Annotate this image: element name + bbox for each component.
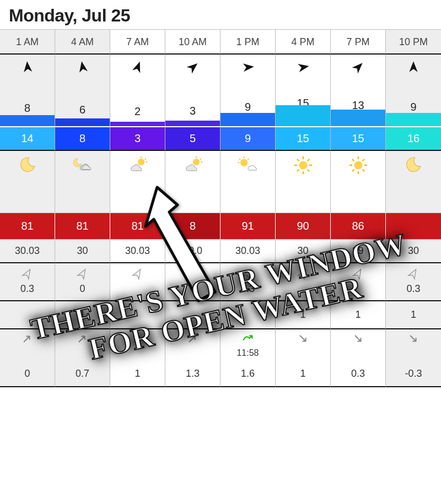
svg-line-18 [297, 160, 298, 161]
wave-direction-cell [110, 263, 165, 282]
weather-icon-cell [0, 151, 55, 183]
tide-height-cell: 0 [0, 362, 55, 387]
svg-line-20 [297, 170, 298, 171]
sunny-icon [348, 167, 368, 177]
wave-direction-cell [331, 263, 386, 282]
weather-icon-cell [55, 151, 110, 183]
tide-high-time: 11:58 [220, 347, 275, 358]
pressure-cell: 30.03 [110, 239, 165, 263]
wave-period-cell: 1 [331, 301, 386, 329]
weather-icon-cell [331, 151, 386, 183]
wind-gust-cell: 14 [0, 126, 55, 151]
svg-line-29 [352, 170, 353, 171]
wave-height-cell [165, 282, 220, 301]
weather-icon-cell [386, 151, 441, 183]
wind-gust-cell: 15 [331, 126, 386, 151]
time-header: 4 PM [276, 29, 331, 55]
wind-speed-cell: 8 [0, 79, 55, 126]
temperature-cell: 90 [276, 213, 331, 239]
weather-icon-cell [276, 151, 331, 183]
svg-point-8 [240, 159, 247, 166]
pressure-cell: 30 [276, 239, 331, 263]
time-header: 7 PM [331, 29, 386, 55]
wave-period-cell [220, 301, 276, 329]
tide-direction-cell [165, 329, 220, 362]
svg-line-11 [239, 159, 240, 160]
spacer-cell [110, 183, 165, 213]
wind-gust-cell: 8 [55, 126, 110, 151]
wind-direction-cell [0, 55, 55, 79]
svg-line-28 [363, 170, 364, 171]
spacer-cell [220, 183, 276, 213]
tide-direction-cell: 11:58 [220, 329, 276, 362]
wind-direction-cell [220, 55, 276, 79]
wind-direction-cell [331, 55, 386, 79]
svg-point-22 [354, 161, 362, 170]
svg-line-19 [308, 170, 309, 171]
wind-speed-cell: 3 [165, 79, 220, 126]
wave-height-cell [331, 282, 386, 301]
tide-height-cell: 1.6 [220, 362, 276, 387]
wind-gust-cell: 16 [386, 126, 441, 151]
svg-line-27 [352, 160, 353, 161]
tide-direction-cell [276, 329, 331, 362]
temperature-cell: 8 [165, 213, 220, 239]
svg-line-2 [144, 159, 146, 160]
svg-line-12 [248, 159, 249, 160]
svg-line-6 [200, 159, 201, 160]
tide-height-cell: 0.3 [331, 362, 386, 387]
pressure-cell: 30 [55, 239, 110, 263]
time-header: 1 AM [0, 29, 55, 55]
wind-speed-cell: 9 [386, 79, 441, 126]
wave-period-cell: 1 [55, 301, 110, 329]
wind-speed-cell: 6 [55, 79, 110, 126]
wind-speed-cell: 2 [110, 79, 165, 126]
temperature-cell: 81 [55, 213, 110, 239]
wind-gust-cell: 3 [110, 126, 165, 151]
wave-period-cell [110, 301, 165, 329]
wave-height-cell [110, 282, 165, 301]
wave-direction-cell [386, 263, 441, 282]
wind-direction-cell [276, 55, 331, 79]
spacer-cell [165, 183, 220, 213]
time-header: 10 AM [165, 29, 220, 55]
tide-height-cell: 1 [276, 362, 331, 387]
tide-direction-cell [110, 329, 165, 362]
spacer-cell [276, 183, 331, 213]
partly-cloudy-icon [126, 166, 150, 176]
wave-direction-cell [220, 263, 276, 282]
tide-height-cell: 1 [110, 362, 165, 387]
wave-height-cell [276, 282, 331, 301]
tide-direction-cell [386, 329, 441, 362]
sunny-icon [293, 167, 313, 177]
forecast-grid: 1 AM4 AM7 AM10 AM1 PM4 PM7 PM10 PM 8 6 2… [0, 29, 441, 387]
wind-gust-cell: 15 [276, 126, 331, 151]
time-header: 10 PM [386, 29, 441, 55]
pressure-cell: 30.03 [0, 239, 55, 263]
tide-height-cell: -0.3 [386, 362, 441, 387]
moon-icon [18, 166, 37, 176]
tide-height-cell: 0.7 [55, 362, 110, 387]
wind-gust-cell: 5 [165, 126, 220, 151]
svg-point-0 [138, 159, 144, 165]
wave-period-cell [0, 301, 55, 329]
spacer-cell [55, 183, 110, 213]
wave-period-cell: 1 [386, 301, 441, 329]
wind-direction-cell [386, 55, 441, 79]
wave-period-cell [165, 301, 220, 329]
date-title: Monday, Jul 25 [0, 0, 441, 29]
wind-direction-cell [110, 55, 165, 79]
temperature-cell [386, 213, 441, 239]
wind-direction-cell [55, 55, 110, 79]
moon-icon [404, 166, 423, 176]
weather-icon-cell [165, 151, 220, 183]
wave-height-cell: 0.3 [0, 282, 55, 301]
temperature-cell: 91 [220, 213, 276, 239]
tide-direction-cell [0, 329, 55, 362]
temperature-cell: 81 [110, 213, 165, 239]
wave-direction-cell [0, 263, 55, 282]
time-header: 1 PM [220, 29, 276, 55]
svg-point-4 [193, 159, 200, 165]
weather-icon-cell [110, 151, 165, 183]
wind-gust-cell: 9 [220, 126, 276, 151]
